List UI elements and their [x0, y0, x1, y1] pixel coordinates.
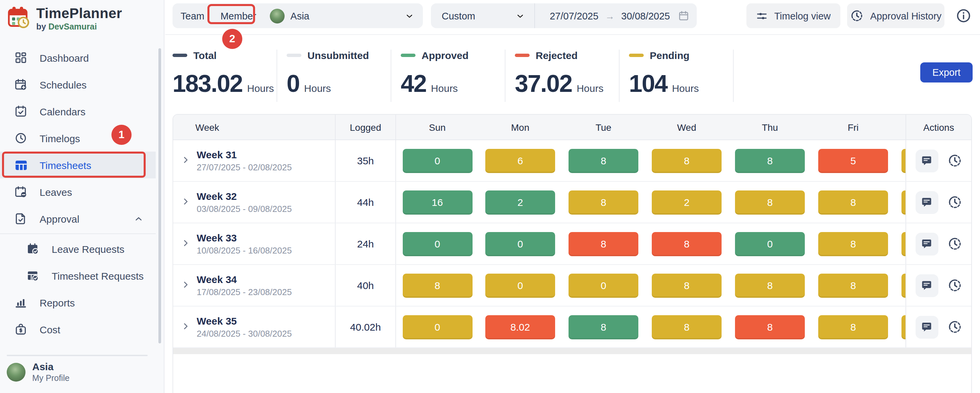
profile-card[interactable]: Asia My Profile: [7, 361, 70, 383]
day-cell-clipped: [902, 315, 905, 339]
timelog-view-button[interactable]: Timelog view: [746, 3, 840, 28]
day-cell[interactable]: 0: [402, 315, 472, 339]
info-icon[interactable]: [956, 8, 971, 24]
export-button[interactable]: Export: [920, 62, 973, 82]
member-select[interactable]: Asia: [269, 8, 405, 23]
divider: [534, 3, 535, 28]
chevron-up-icon[interactable]: [134, 214, 144, 223]
chevron-down-icon[interactable]: [515, 11, 525, 21]
sidebar-item-label: Leaves: [40, 186, 72, 198]
comment-icon[interactable]: [915, 315, 938, 338]
sidebar-item-label: Dashboard: [40, 52, 89, 63]
sidebar-item-timelogs[interactable]: Timelogs: [0, 125, 156, 152]
day-cell[interactable]: 8: [735, 149, 805, 173]
history-icon[interactable]: [947, 153, 962, 168]
stat-value: 104: [629, 70, 667, 98]
sidebar-item-label: Schedules: [40, 79, 87, 90]
day-cell[interactable]: 0: [402, 149, 472, 173]
day-cell[interactable]: 0: [568, 273, 638, 298]
clock-icon: [13, 131, 28, 146]
date-range-input[interactable]: 27/07/2025 → 30/08/2025: [550, 10, 689, 21]
sidebar-item-leaves[interactable]: Leaves: [0, 178, 156, 205]
day-cell[interactable]: 8: [818, 232, 888, 256]
day-cell[interactable]: 8: [652, 315, 722, 339]
week-expander[interactable]: Week 33 10/08/2025 - 16/08/2025: [173, 223, 335, 264]
chevron-right-icon[interactable]: [181, 196, 190, 208]
col-sun: Sun: [395, 115, 479, 139]
history-icon[interactable]: [947, 195, 962, 210]
range-preset-select[interactable]: Custom: [431, 10, 475, 21]
team-toggle[interactable]: Team: [172, 10, 212, 21]
chevron-right-icon[interactable]: [181, 279, 190, 292]
week-expander[interactable]: Week 34 17/08/2025 - 23/08/2025: [173, 265, 335, 306]
history-icon[interactable]: [947, 319, 962, 334]
chevron-right-icon[interactable]: [181, 238, 190, 250]
sidebar-item-label: Timesheets: [40, 159, 91, 171]
day-cell[interactable]: 8.02: [485, 315, 555, 339]
day-cell[interactable]: 6: [485, 149, 555, 173]
day-cell[interactable]: 8: [568, 149, 638, 173]
chevron-right-icon[interactable]: [181, 321, 190, 333]
sliders-icon: [756, 10, 768, 22]
day-cell[interactable]: 0: [485, 273, 555, 298]
comment-icon[interactable]: [915, 149, 938, 172]
day-cell[interactable]: 2: [652, 190, 722, 214]
sidebar-item-dashboard[interactable]: Dashboard: [0, 44, 156, 71]
member-toggle[interactable]: Member: [212, 10, 264, 21]
stats-row: Total 183.02 Hours Unsubmitted 0 Hours A…: [165, 35, 980, 114]
week-expander[interactable]: Week 32 03/08/2025 - 09/08/2025: [173, 182, 335, 223]
row-actions: [905, 182, 971, 223]
sidebar-item-calendars[interactable]: Calendars: [0, 98, 156, 125]
day-cell[interactable]: 8: [818, 190, 888, 214]
row-actions: [905, 140, 971, 181]
date-from[interactable]: 27/07/2025: [550, 10, 598, 21]
sidebar-item-timesheets[interactable]: Timesheets: [0, 152, 156, 178]
chevron-down-icon[interactable]: [405, 11, 414, 21]
day-cell[interactable]: 8: [568, 190, 638, 214]
sidebar-scrollbar[interactable]: [158, 48, 161, 343]
comment-icon[interactable]: [915, 191, 938, 214]
day-cell[interactable]: 8: [652, 149, 722, 173]
day-cell[interactable]: 8: [818, 315, 888, 339]
horizontal-scrollbar[interactable]: [173, 348, 971, 354]
col-logged: Logged: [335, 115, 395, 139]
table-check-icon: [25, 268, 40, 283]
date-to[interactable]: 30/08/2025: [621, 10, 670, 21]
comment-icon[interactable]: [915, 232, 938, 255]
day-cell[interactable]: 8: [735, 190, 805, 214]
comment-icon[interactable]: [915, 274, 938, 297]
day-cell[interactable]: 8: [402, 273, 472, 298]
sidebar-item-timesheet-requests[interactable]: Timesheet Requests: [0, 262, 156, 289]
approval-history-button[interactable]: Approval History: [847, 3, 944, 28]
day-cell[interactable]: 8: [735, 273, 805, 298]
sidebar-item-cost[interactable]: Cost: [0, 316, 156, 343]
sidebar-item-reports[interactable]: Reports: [0, 289, 156, 316]
day-cell[interactable]: 8: [652, 273, 722, 298]
week-expander[interactable]: Week 31 27/07/2025 - 02/08/2025: [173, 140, 335, 181]
day-cell[interactable]: 0: [485, 232, 555, 256]
sidebar-item-approval[interactable]: Approval: [0, 205, 156, 232]
sidebar-item-leave-requests[interactable]: Leave Requests: [0, 235, 156, 262]
chevron-right-icon[interactable]: [181, 155, 190, 166]
day-cell[interactable]: 2: [485, 190, 555, 214]
history-icon[interactable]: [947, 278, 962, 293]
day-cell[interactable]: 16: [402, 190, 472, 214]
member-name: Asia: [290, 10, 309, 21]
week-range: 03/08/2025 - 09/08/2025: [197, 204, 292, 214]
day-cell[interactable]: 5: [818, 149, 888, 173]
day-cell[interactable]: 8: [652, 232, 722, 256]
day-cell[interactable]: 0: [402, 232, 472, 256]
sidebar-item-schedules[interactable]: Schedules: [0, 71, 156, 98]
day-cell[interactable]: 0: [735, 232, 805, 256]
calendar-icon[interactable]: [678, 10, 689, 21]
week-expander[interactable]: Week 35 24/08/2025 - 30/08/2025: [173, 306, 335, 347]
stat-dash: [172, 54, 187, 57]
day-cell[interactable]: 8: [568, 315, 638, 339]
stat-pending: Pending 104 Hours: [629, 50, 699, 98]
sidebar-item-label: Approval: [40, 213, 79, 224]
history-icon[interactable]: [947, 236, 962, 252]
day-cell[interactable]: 8: [818, 273, 888, 298]
day-cell[interactable]: 8: [568, 232, 638, 256]
day-cell[interactable]: 8: [735, 315, 805, 339]
day-cell-clipped: [902, 190, 905, 214]
